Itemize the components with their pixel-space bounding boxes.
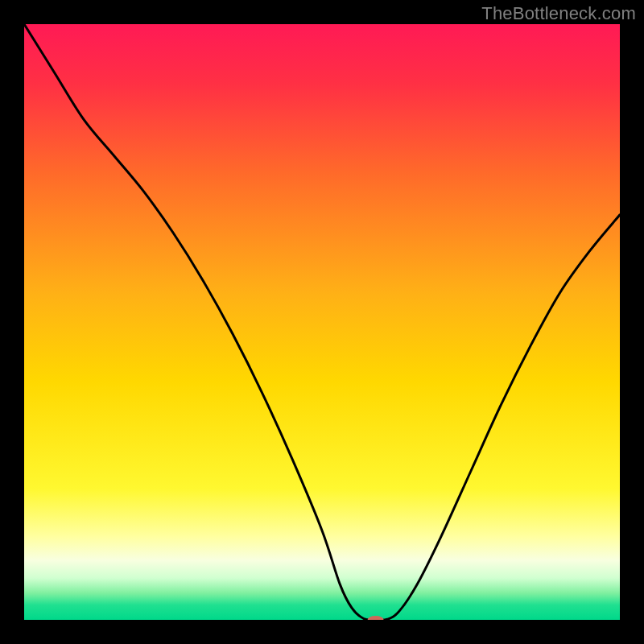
- plot-area: [24, 24, 620, 620]
- watermark-text: TheBottleneck.com: [481, 3, 636, 24]
- chart-container: TheBottleneck.com: [0, 0, 644, 644]
- chart-svg: [24, 24, 620, 620]
